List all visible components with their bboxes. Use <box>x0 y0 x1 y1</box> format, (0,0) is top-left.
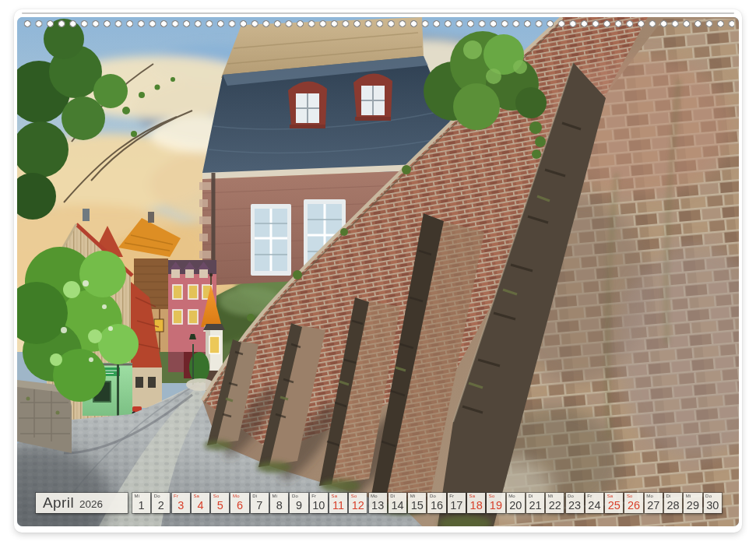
day-cell: So 26 <box>624 493 642 513</box>
day-number: 12 <box>349 499 367 512</box>
day-cell: Do 30 <box>704 493 722 513</box>
day-cell: Di 21 <box>526 493 544 513</box>
day-weekday: Do <box>154 494 160 498</box>
day-number: 2 <box>152 499 170 512</box>
day-cell: Mo 6 <box>230 493 248 513</box>
day-weekday: Di <box>528 494 533 498</box>
day-number: 25 <box>605 499 623 512</box>
day-cell: Mi 15 <box>408 493 426 513</box>
calendar-page: April 2026 Mi 1 Do 2 Fr 3 Sa 4 So 5 <box>14 9 742 533</box>
day-weekday: Di <box>390 494 395 498</box>
day-weekday: So <box>351 494 357 498</box>
day-number: 17 <box>448 499 466 512</box>
day-strip: Mi 1 Do 2 Fr 3 Sa 4 So 5 Mo 6 <box>132 493 722 513</box>
day-number: 26 <box>624 499 642 512</box>
dormer-window <box>353 73 392 121</box>
day-weekday: Fr <box>587 494 592 498</box>
day-weekday: Fr <box>449 494 454 498</box>
day-weekday: Mo <box>646 494 653 498</box>
day-number: 28 <box>664 499 682 512</box>
day-number: 7 <box>251 499 269 512</box>
day-cell: Do 2 <box>152 493 170 513</box>
day-number: 6 <box>230 499 248 512</box>
day-number: 4 <box>192 499 209 512</box>
day-number: 16 <box>427 499 445 512</box>
day-cell: Mi 1 <box>132 493 150 513</box>
day-weekday: Di <box>252 494 257 498</box>
facade-window <box>251 204 291 276</box>
day-weekday: Do <box>568 494 574 498</box>
day-number: 22 <box>546 499 564 512</box>
day-cell: Mi 22 <box>546 493 564 513</box>
day-cell: So 5 <box>211 493 229 513</box>
year: 2026 <box>79 498 103 510</box>
day-cell: Mi 29 <box>684 493 701 513</box>
day-cell: Sa 4 <box>192 493 209 513</box>
day-cell: Do 9 <box>290 493 308 513</box>
photo-art <box>17 17 739 526</box>
day-cell: Di 28 <box>664 493 682 513</box>
day-weekday: Di <box>666 494 671 498</box>
day-weekday: Mi <box>686 494 691 498</box>
day-cell: Sa 18 <box>467 493 485 513</box>
day-weekday: Mo <box>508 494 515 498</box>
day-weekday: Do <box>430 494 436 498</box>
day-number: 29 <box>684 499 701 512</box>
day-number: 13 <box>369 499 387 512</box>
day-weekday: Sa <box>331 494 337 498</box>
day-number: 15 <box>408 499 426 512</box>
day-cell: Di 7 <box>251 493 269 513</box>
day-cell: Fr 24 <box>585 493 603 513</box>
day-cell: Do 16 <box>427 493 445 513</box>
day-number: 23 <box>566 499 584 512</box>
day-cell: Fr 10 <box>310 493 328 513</box>
wire-binding-bar <box>22 12 734 14</box>
day-number: 27 <box>645 499 663 512</box>
day-number: 11 <box>329 499 347 512</box>
day-cell: Fr 3 <box>172 493 190 513</box>
day-number: 5 <box>211 499 229 512</box>
calendar-strip: April 2026 Mi 1 Do 2 Fr 3 Sa 4 So 5 <box>17 493 739 513</box>
day-number: 18 <box>467 499 485 512</box>
day-cell: Fr 17 <box>448 493 466 513</box>
calendar-photo: April 2026 Mi 1 Do 2 Fr 3 Sa 4 So 5 <box>17 17 739 526</box>
day-number: 19 <box>487 499 505 512</box>
day-weekday: Sa <box>193 494 199 498</box>
day-weekday: So <box>213 494 220 498</box>
day-number: 9 <box>290 499 308 512</box>
day-weekday: So <box>489 494 495 498</box>
day-weekday: Mo <box>233 494 240 498</box>
day-cell: Mo 20 <box>507 493 525 513</box>
day-cell: So 12 <box>349 493 367 513</box>
month-name: April <box>43 493 74 512</box>
day-cell: So 19 <box>487 493 505 513</box>
day-weekday: Fr <box>311 494 316 498</box>
day-cell: Mi 8 <box>270 493 288 513</box>
day-number: 10 <box>310 499 328 512</box>
day-weekday: So <box>627 494 633 498</box>
day-cell: Mo 27 <box>645 493 663 513</box>
day-weekday: Mi <box>410 494 416 498</box>
day-number: 14 <box>389 499 406 512</box>
day-weekday: Mi <box>273 494 278 498</box>
day-weekday: Do <box>292 494 298 498</box>
day-weekday: Sa <box>469 494 476 498</box>
month-label: April 2026 <box>36 493 128 513</box>
day-cell: Do 23 <box>566 493 584 513</box>
day-weekday: Mi <box>548 494 554 498</box>
day-weekday: Sa <box>607 494 614 498</box>
dormer-window <box>288 81 327 128</box>
binding-holes <box>22 19 734 29</box>
day-number: 3 <box>172 499 190 512</box>
day-number: 8 <box>270 499 288 512</box>
day-cell: Sa 11 <box>329 493 347 513</box>
day-number: 30 <box>704 499 722 512</box>
day-cell: Sa 25 <box>605 493 623 513</box>
day-number: 20 <box>507 499 525 512</box>
day-number: 21 <box>526 499 544 512</box>
day-number: 1 <box>132 499 150 512</box>
bush <box>189 352 209 383</box>
day-weekday: Fr <box>174 494 178 498</box>
day-number: 24 <box>585 499 603 512</box>
day-weekday: Do <box>705 494 712 498</box>
